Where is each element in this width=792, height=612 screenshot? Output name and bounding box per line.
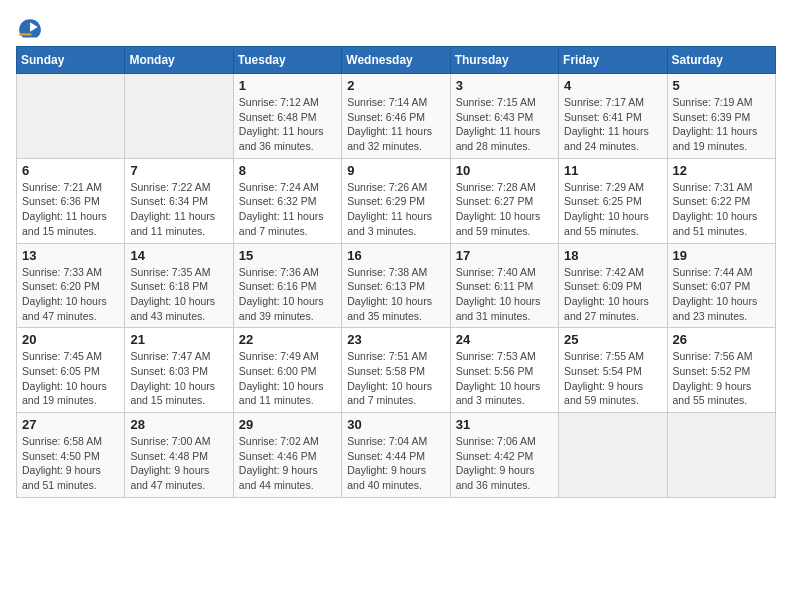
- day-number: 23: [347, 332, 444, 347]
- day-info: Sunrise: 7:28 AMSunset: 6:27 PMDaylight:…: [456, 180, 553, 239]
- day-cell: 3Sunrise: 7:15 AMSunset: 6:43 PMDaylight…: [450, 74, 558, 159]
- day-cell: 22Sunrise: 7:49 AMSunset: 6:00 PMDayligh…: [233, 328, 341, 413]
- day-number: 9: [347, 163, 444, 178]
- day-info: Sunrise: 7:33 AMSunset: 6:20 PMDaylight:…: [22, 265, 119, 324]
- svg-rect-0: [19, 33, 31, 35]
- day-cell: 17Sunrise: 7:40 AMSunset: 6:11 PMDayligh…: [450, 243, 558, 328]
- day-cell: 28Sunrise: 7:00 AMSunset: 4:48 PMDayligh…: [125, 413, 233, 498]
- day-number: 28: [130, 417, 227, 432]
- day-info: Sunrise: 7:17 AMSunset: 6:41 PMDaylight:…: [564, 95, 661, 154]
- day-info: Sunrise: 7:14 AMSunset: 6:46 PMDaylight:…: [347, 95, 444, 154]
- day-cell: 13Sunrise: 7:33 AMSunset: 6:20 PMDayligh…: [17, 243, 125, 328]
- day-info: Sunrise: 7:38 AMSunset: 6:13 PMDaylight:…: [347, 265, 444, 324]
- day-number: 27: [22, 417, 119, 432]
- day-number: 1: [239, 78, 336, 93]
- day-info: Sunrise: 7:04 AMSunset: 4:44 PMDaylight:…: [347, 434, 444, 493]
- day-number: 4: [564, 78, 661, 93]
- page-header: [16, 16, 776, 38]
- week-row-5: 27Sunrise: 6:58 AMSunset: 4:50 PMDayligh…: [17, 413, 776, 498]
- day-cell: 20Sunrise: 7:45 AMSunset: 6:05 PMDayligh…: [17, 328, 125, 413]
- day-cell: [559, 413, 667, 498]
- day-info: Sunrise: 7:31 AMSunset: 6:22 PMDaylight:…: [673, 180, 770, 239]
- week-row-1: 1Sunrise: 7:12 AMSunset: 6:48 PMDaylight…: [17, 74, 776, 159]
- day-cell: 25Sunrise: 7:55 AMSunset: 5:54 PMDayligh…: [559, 328, 667, 413]
- day-cell: 24Sunrise: 7:53 AMSunset: 5:56 PMDayligh…: [450, 328, 558, 413]
- day-cell: 14Sunrise: 7:35 AMSunset: 6:18 PMDayligh…: [125, 243, 233, 328]
- day-header-friday: Friday: [559, 47, 667, 74]
- day-cell: 26Sunrise: 7:56 AMSunset: 5:52 PMDayligh…: [667, 328, 775, 413]
- day-cell: 21Sunrise: 7:47 AMSunset: 6:03 PMDayligh…: [125, 328, 233, 413]
- day-info: Sunrise: 7:49 AMSunset: 6:00 PMDaylight:…: [239, 349, 336, 408]
- day-number: 7: [130, 163, 227, 178]
- day-cell: 15Sunrise: 7:36 AMSunset: 6:16 PMDayligh…: [233, 243, 341, 328]
- day-info: Sunrise: 7:21 AMSunset: 6:36 PMDaylight:…: [22, 180, 119, 239]
- day-header-wednesday: Wednesday: [342, 47, 450, 74]
- day-number: 12: [673, 163, 770, 178]
- day-number: 11: [564, 163, 661, 178]
- day-header-monday: Monday: [125, 47, 233, 74]
- day-cell: [125, 74, 233, 159]
- day-info: Sunrise: 7:02 AMSunset: 4:46 PMDaylight:…: [239, 434, 336, 493]
- day-number: 26: [673, 332, 770, 347]
- day-number: 31: [456, 417, 553, 432]
- day-cell: 5Sunrise: 7:19 AMSunset: 6:39 PMDaylight…: [667, 74, 775, 159]
- day-info: Sunrise: 7:15 AMSunset: 6:43 PMDaylight:…: [456, 95, 553, 154]
- day-cell: 29Sunrise: 7:02 AMSunset: 4:46 PMDayligh…: [233, 413, 341, 498]
- logo-icon: [16, 16, 44, 38]
- day-number: 22: [239, 332, 336, 347]
- day-cell: 18Sunrise: 7:42 AMSunset: 6:09 PMDayligh…: [559, 243, 667, 328]
- day-number: 21: [130, 332, 227, 347]
- week-row-4: 20Sunrise: 7:45 AMSunset: 6:05 PMDayligh…: [17, 328, 776, 413]
- day-info: Sunrise: 7:53 AMSunset: 5:56 PMDaylight:…: [456, 349, 553, 408]
- day-number: 5: [673, 78, 770, 93]
- day-number: 8: [239, 163, 336, 178]
- day-header-thursday: Thursday: [450, 47, 558, 74]
- day-number: 19: [673, 248, 770, 263]
- day-number: 30: [347, 417, 444, 432]
- day-cell: 11Sunrise: 7:29 AMSunset: 6:25 PMDayligh…: [559, 158, 667, 243]
- day-cell: 30Sunrise: 7:04 AMSunset: 4:44 PMDayligh…: [342, 413, 450, 498]
- day-cell: 6Sunrise: 7:21 AMSunset: 6:36 PMDaylight…: [17, 158, 125, 243]
- day-number: 16: [347, 248, 444, 263]
- day-info: Sunrise: 7:35 AMSunset: 6:18 PMDaylight:…: [130, 265, 227, 324]
- day-number: 15: [239, 248, 336, 263]
- day-number: 20: [22, 332, 119, 347]
- day-number: 14: [130, 248, 227, 263]
- day-cell: 23Sunrise: 7:51 AMSunset: 5:58 PMDayligh…: [342, 328, 450, 413]
- day-number: 17: [456, 248, 553, 263]
- day-number: 2: [347, 78, 444, 93]
- day-cell: 1Sunrise: 7:12 AMSunset: 6:48 PMDaylight…: [233, 74, 341, 159]
- day-number: 29: [239, 417, 336, 432]
- day-cell: 10Sunrise: 7:28 AMSunset: 6:27 PMDayligh…: [450, 158, 558, 243]
- day-header-sunday: Sunday: [17, 47, 125, 74]
- day-info: Sunrise: 7:36 AMSunset: 6:16 PMDaylight:…: [239, 265, 336, 324]
- week-row-2: 6Sunrise: 7:21 AMSunset: 6:36 PMDaylight…: [17, 158, 776, 243]
- day-cell: 27Sunrise: 6:58 AMSunset: 4:50 PMDayligh…: [17, 413, 125, 498]
- day-number: 18: [564, 248, 661, 263]
- day-cell: 12Sunrise: 7:31 AMSunset: 6:22 PMDayligh…: [667, 158, 775, 243]
- day-number: 24: [456, 332, 553, 347]
- day-info: Sunrise: 7:40 AMSunset: 6:11 PMDaylight:…: [456, 265, 553, 324]
- day-info: Sunrise: 7:00 AMSunset: 4:48 PMDaylight:…: [130, 434, 227, 493]
- day-header-tuesday: Tuesday: [233, 47, 341, 74]
- day-cell: [667, 413, 775, 498]
- day-info: Sunrise: 7:51 AMSunset: 5:58 PMDaylight:…: [347, 349, 444, 408]
- day-info: Sunrise: 7:55 AMSunset: 5:54 PMDaylight:…: [564, 349, 661, 408]
- day-info: Sunrise: 7:24 AMSunset: 6:32 PMDaylight:…: [239, 180, 336, 239]
- day-cell: 19Sunrise: 7:44 AMSunset: 6:07 PMDayligh…: [667, 243, 775, 328]
- day-number: 13: [22, 248, 119, 263]
- day-info: Sunrise: 7:42 AMSunset: 6:09 PMDaylight:…: [564, 265, 661, 324]
- day-header-saturday: Saturday: [667, 47, 775, 74]
- day-info: Sunrise: 7:19 AMSunset: 6:39 PMDaylight:…: [673, 95, 770, 154]
- day-cell: 31Sunrise: 7:06 AMSunset: 4:42 PMDayligh…: [450, 413, 558, 498]
- day-info: Sunrise: 7:26 AMSunset: 6:29 PMDaylight:…: [347, 180, 444, 239]
- day-number: 10: [456, 163, 553, 178]
- week-row-3: 13Sunrise: 7:33 AMSunset: 6:20 PMDayligh…: [17, 243, 776, 328]
- day-header-row: SundayMondayTuesdayWednesdayThursdayFrid…: [17, 47, 776, 74]
- day-number: 6: [22, 163, 119, 178]
- day-cell: 16Sunrise: 7:38 AMSunset: 6:13 PMDayligh…: [342, 243, 450, 328]
- day-info: Sunrise: 7:45 AMSunset: 6:05 PMDaylight:…: [22, 349, 119, 408]
- day-cell: 8Sunrise: 7:24 AMSunset: 6:32 PMDaylight…: [233, 158, 341, 243]
- day-info: Sunrise: 7:29 AMSunset: 6:25 PMDaylight:…: [564, 180, 661, 239]
- calendar-table: SundayMondayTuesdayWednesdayThursdayFrid…: [16, 46, 776, 498]
